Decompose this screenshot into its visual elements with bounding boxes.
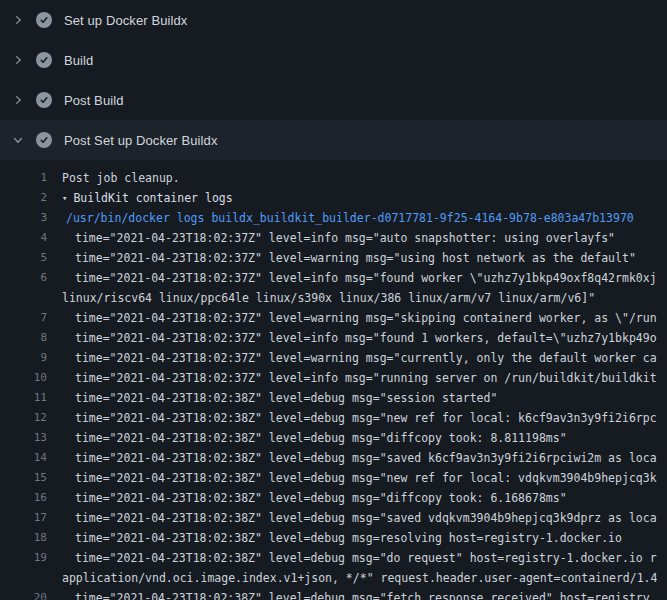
log-line-text: application/vnd.oci.image.index.v1+json,… — [47, 568, 657, 588]
log-line-continuation: application/vnd.oci.image.index.v1+json,… — [0, 568, 667, 588]
steps-list: Set up Docker Buildx Build Post Build — [0, 0, 667, 160]
log-line-text: time="2021-04-23T18:02:37Z" level=info m… — [47, 328, 657, 348]
log-line-number[interactable]: 15 — [0, 468, 47, 488]
log-line-number[interactable]: 18 — [0, 528, 47, 548]
log-line: 6 time="2021-04-23T18:02:37Z" level=info… — [0, 268, 667, 288]
log-line-text: time="2021-04-23T18:02:37Z" level=warnin… — [47, 248, 636, 268]
step-header[interactable]: Post Build — [0, 80, 667, 120]
log-line-text: /usr/bin/docker logs buildx_buildkit_bui… — [47, 208, 634, 228]
log-line-text: time="2021-04-23T18:02:38Z" level=debug … — [47, 388, 497, 408]
log-line-text: time="2021-04-23T18:02:38Z" level=debug … — [47, 488, 567, 508]
log-line-text: linux/riscv64 linux/ppc64le linux/s390x … — [47, 288, 595, 308]
step-label: Set up Docker Buildx — [64, 13, 187, 28]
log-line-number — [0, 288, 47, 308]
log-area: 1 Post job cleanup. 2 ▾BuildKit containe… — [0, 160, 667, 600]
log-line: 13 time="2021-04-23T18:02:38Z" level=deb… — [0, 428, 667, 448]
log-line: 10 time="2021-04-23T18:02:37Z" level=inf… — [0, 368, 667, 388]
check-circle-icon — [36, 132, 52, 148]
log-line: 15 time="2021-04-23T18:02:38Z" level=deb… — [0, 468, 667, 488]
log-line-continuation: linux/riscv64 linux/ppc64le linux/s390x … — [0, 288, 667, 308]
chevron-right-icon — [10, 92, 26, 108]
log-line-number[interactable]: 3 — [0, 208, 47, 228]
check-circle-icon — [36, 92, 52, 108]
log-line: 8 time="2021-04-23T18:02:37Z" level=info… — [0, 328, 667, 348]
log-line-number — [0, 568, 47, 588]
log-line-number[interactable]: 12 — [0, 408, 47, 428]
log-line-number[interactable]: 8 — [0, 328, 47, 348]
log-line-text: time="2021-04-23T18:02:37Z" level=info m… — [47, 268, 657, 288]
log-line-text: time="2021-04-23T18:02:38Z" level=debug … — [47, 448, 657, 468]
log-group-header[interactable]: 2 ▾BuildKit container logs — [0, 188, 667, 208]
log-line-number[interactable]: 20 — [0, 588, 47, 600]
log-line: 11 time="2021-04-23T18:02:38Z" level=deb… — [0, 388, 667, 408]
log-line-number[interactable]: 10 — [0, 368, 47, 388]
log-line: 3 /usr/bin/docker logs buildx_buildkit_b… — [0, 208, 667, 228]
log-line-text: time="2021-04-23T18:02:38Z" level=debug … — [47, 408, 657, 428]
log-line-number[interactable]: 14 — [0, 448, 47, 468]
log-line-number[interactable]: 5 — [0, 248, 47, 268]
log-line-text: time="2021-04-23T18:02:37Z" level=info m… — [47, 228, 615, 248]
log-line-text: time="2021-04-23T18:02:37Z" level=info m… — [47, 368, 657, 388]
log-line: 12 time="2021-04-23T18:02:38Z" level=deb… — [0, 408, 667, 428]
log-line-text: BuildKit container logs — [67, 188, 232, 208]
log-line-text: time="2021-04-23T18:02:37Z" level=warnin… — [47, 308, 657, 328]
step-header[interactable]: Post Set up Docker Buildx — [0, 120, 667, 160]
log-line-number[interactable]: 17 — [0, 508, 47, 528]
step-label: Post Build — [64, 93, 124, 108]
chevron-down-icon — [10, 132, 26, 148]
log-line-text: time="2021-04-23T18:02:38Z" level=debug … — [47, 468, 657, 488]
log-line: 1 Post job cleanup. — [0, 168, 667, 188]
chevron-right-icon — [10, 52, 26, 68]
chevron-right-icon — [10, 12, 26, 28]
log-line: 17 time="2021-04-23T18:02:38Z" level=deb… — [0, 508, 667, 528]
log-line-number[interactable]: 9 — [0, 348, 47, 368]
log-line-number[interactable]: 1 — [0, 168, 47, 188]
log-line-text: time="2021-04-23T18:02:38Z" level=debug … — [47, 528, 622, 548]
log-line-text: time="2021-04-23T18:02:38Z" level=debug … — [47, 588, 650, 600]
log-line-text: time="2021-04-23T18:02:38Z" level=debug … — [47, 428, 567, 448]
log-line-number[interactable]: 19 — [0, 548, 47, 568]
log-line-text: time="2021-04-23T18:02:38Z" level=debug … — [47, 548, 657, 568]
group-caret-down-icon[interactable]: ▾ — [47, 188, 67, 208]
log-line: 18 time="2021-04-23T18:02:38Z" level=deb… — [0, 528, 667, 548]
step-label: Post Set up Docker Buildx — [64, 133, 218, 148]
log-line-number[interactable]: 13 — [0, 428, 47, 448]
log-line: 20 time="2021-04-23T18:02:38Z" level=deb… — [0, 588, 667, 600]
actions-log-viewer: Set up Docker Buildx Build Post Build — [0, 0, 667, 600]
log-line-number[interactable]: 16 — [0, 488, 47, 508]
log-line-number[interactable]: 4 — [0, 228, 47, 248]
step-header[interactable]: Set up Docker Buildx — [0, 0, 667, 40]
log-line: 5 time="2021-04-23T18:02:37Z" level=warn… — [0, 248, 667, 268]
log-line: 7 time="2021-04-23T18:02:37Z" level=warn… — [0, 308, 667, 328]
step-header[interactable]: Build — [0, 40, 667, 80]
log-line: 19 time="2021-04-23T18:02:38Z" level=deb… — [0, 548, 667, 568]
check-circle-icon — [36, 52, 52, 68]
log-line-text: time="2021-04-23T18:02:37Z" level=warnin… — [47, 348, 657, 368]
log-line: 9 time="2021-04-23T18:02:37Z" level=warn… — [0, 348, 667, 368]
log-line: 4 time="2021-04-23T18:02:37Z" level=info… — [0, 228, 667, 248]
log-line: 16 time="2021-04-23T18:02:38Z" level=deb… — [0, 488, 667, 508]
step-label: Build — [64, 53, 93, 68]
log-line-text: Post job cleanup. — [47, 168, 180, 188]
log-line: 14 time="2021-04-23T18:02:38Z" level=deb… — [0, 448, 667, 468]
log-line-number[interactable]: 2 — [0, 188, 47, 208]
log-line-text: time="2021-04-23T18:02:38Z" level=debug … — [47, 508, 657, 528]
log-line-number[interactable]: 6 — [0, 268, 47, 288]
log-line-number[interactable]: 7 — [0, 308, 47, 328]
log-line-number[interactable]: 11 — [0, 388, 47, 408]
check-circle-icon — [36, 12, 52, 28]
